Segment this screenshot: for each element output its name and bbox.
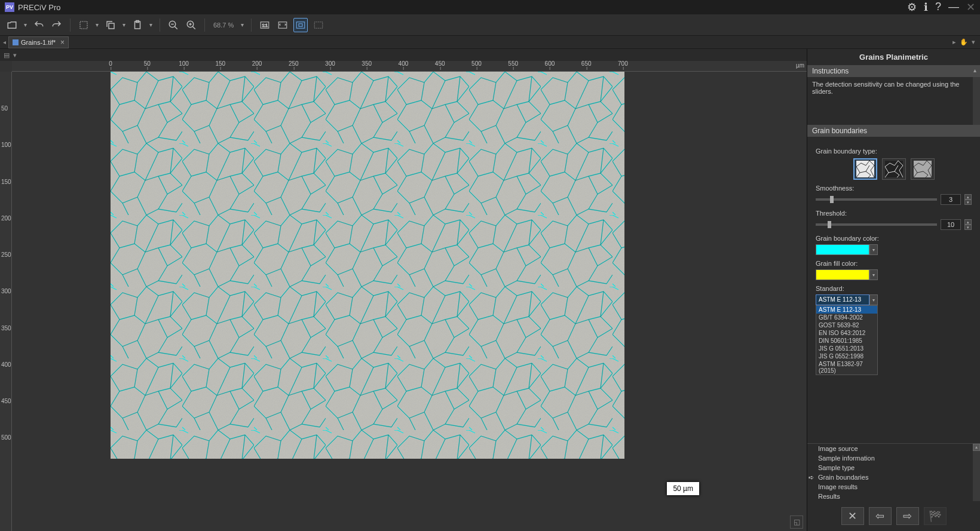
standard-dropdown-button[interactable]: ▾ [869,294,878,305]
fill-color-label: Grain fill color: [816,260,972,267]
wizard-back-button[interactable]: ⇦ [869,507,892,525]
svg-rect-11 [315,22,323,28]
select-button[interactable] [76,18,91,32]
minimize-icon[interactable]: — [948,1,959,14]
standard-option[interactable]: JIS G 0552:1998 [816,352,877,360]
standard-option[interactable]: DIN 50601:1985 [816,337,877,345]
boundary-color-dropdown[interactable]: ▾ [869,244,878,255]
wizard-step[interactable]: Grain boundaries [807,472,980,482]
horizontal-ruler: 0501001502002503003504004505005506006507… [12,61,807,72]
ruler-unit: µm [796,62,804,69]
threshold-slider[interactable] [816,223,937,226]
svg-rect-14 [111,72,624,459]
image-area[interactable]: 50 µm [12,72,807,531]
boundary-type-dark[interactable] [882,158,906,180]
standard-option[interactable]: GOST 5639-82 [816,321,877,329]
standard-label: Standard: [816,285,972,292]
open-dropdown[interactable]: ▾ [23,22,28,28]
tab-menu-icon[interactable]: ▾ [972,38,975,46]
image-viewport: ▤ ▾ 050100150200250300350400450500550600… [0,49,807,531]
boundary-color-label: Grain boundary color: [816,235,972,242]
vertical-ruler: 50100150200250300350400450500 [0,72,12,531]
zoom-in-button[interactable] [184,18,198,32]
fit-image-button[interactable] [293,18,308,32]
boundary-type-bright[interactable] [853,158,877,180]
copy-dropdown[interactable]: ▾ [121,22,127,28]
wizard-step[interactable]: Image results [807,482,980,492]
smoothness-down[interactable]: ▾ [964,199,972,205]
tab-hand-icon[interactable]: ✋ [960,38,968,46]
scrollbar[interactable] [973,77,980,125]
standard-option[interactable]: EN ISO 643:2012 [816,329,877,337]
paste-button[interactable] [130,18,145,32]
fill-color-dropdown[interactable]: ▾ [869,269,878,280]
wizard-cancel-button[interactable]: ✕ [841,507,864,525]
tab-close-icon[interactable]: × [60,38,65,47]
wizard-step[interactable]: Sample information [807,453,980,463]
standard-combobox[interactable]: ASTM E 112-13 [816,294,869,305]
wizard-finish-button[interactable]: 🏁 [924,507,947,525]
zoom-dropdown[interactable]: ▾ [240,22,245,28]
threshold-value[interactable]: 10 [941,219,961,230]
grain-micrograph [111,72,624,459]
instructions-header[interactable]: Instructions▴ [807,65,980,77]
standard-option[interactable]: JIS G 0551:2013 [816,345,877,352]
layer-dropdown[interactable]: ▾ [12,51,18,59]
wizard-next-button[interactable]: ⇨ [896,507,919,525]
standard-option[interactable]: ASTM E1382-97 (2015) [816,360,877,375]
wizard-step[interactable]: Image source [807,444,980,453]
svg-text:1:1: 1:1 [262,23,268,27]
wizard-step[interactable]: Results [807,492,980,501]
document-tab[interactable]: Grains-1.tif* × [8,36,69,48]
document-tabbar: ◂ Grains-1.tif* × ▸ ✋ ▾ [0,36,980,49]
svg-rect-10 [299,23,302,26]
svg-rect-1 [109,23,114,29]
titlebar: PV PRECiV Pro ⚙ ℹ ? — ✕ [0,0,980,14]
redo-button[interactable] [50,18,64,32]
grain-boundaries-header[interactable]: Grain boundaries [807,125,980,137]
smoothness-label: Smoothness: [816,185,972,192]
zoom-level[interactable]: 68.7 % [211,22,236,29]
zoom-out-button[interactable] [166,18,180,32]
settings-icon[interactable]: ⚙ [907,1,917,14]
actual-size-button[interactable]: 1:1 [258,18,272,32]
svg-rect-0 [80,22,87,29]
tab-label: Grains-1.tif* [21,39,56,46]
view-settings-icon[interactable]: ◱ [790,515,803,529]
select-dropdown[interactable]: ▾ [94,22,100,28]
boundary-color-swatch[interactable] [816,244,869,255]
help-icon[interactable]: ? [935,1,941,14]
info-icon[interactable]: ℹ [924,1,928,14]
layer-icon[interactable]: ▤ [4,51,10,59]
panel-title: Grains Planimetric [807,49,980,65]
fit-window-button[interactable] [275,18,290,32]
tab-prev[interactable]: ◂ [0,39,8,45]
wizard-step[interactable]: Sample type [807,463,980,472]
fill-color-swatch[interactable] [816,269,869,280]
standard-option[interactable]: GB/T 6394-2002 [816,314,877,321]
standard-dropdown-list[interactable]: ASTM E 112-13GB/T 6394-2002GOST 5639-82E… [816,305,878,375]
wizard-steps: ▴ Image sourceSample informationSample t… [807,443,980,501]
smoothness-slider[interactable] [816,198,937,201]
threshold-up[interactable]: ▴ [964,219,972,225]
paste-dropdown[interactable]: ▾ [148,22,154,28]
undo-button[interactable] [32,18,46,32]
close-icon[interactable]: ✕ [966,1,975,14]
main-toolbar: ▾ ▾ ▾ ▾ 68.7 % ▾ 1:1 [0,14,980,36]
boundary-type-mixed[interactable] [911,158,935,180]
smoothness-value[interactable]: 3 [941,194,961,205]
open-button[interactable] [5,18,19,32]
scale-bar: 50 µm [667,482,699,495]
file-type-icon [13,39,19,45]
instructions-text: The detection sensitivity can be changed… [807,77,980,125]
app-logo: PV [5,2,14,12]
copy-button[interactable] [103,18,118,32]
app-title: PRECiV Pro [18,3,61,12]
threshold-down[interactable]: ▾ [964,225,972,230]
fullscreen-button[interactable] [311,18,326,32]
standard-option[interactable]: ASTM E 112-13 [816,306,877,314]
tab-play-icon[interactable]: ▸ [953,38,956,46]
smoothness-up[interactable]: ▴ [964,194,972,199]
analysis-panel: Grains Planimetric Instructions▴ The det… [807,49,980,531]
threshold-label: Threshold: [816,210,972,217]
